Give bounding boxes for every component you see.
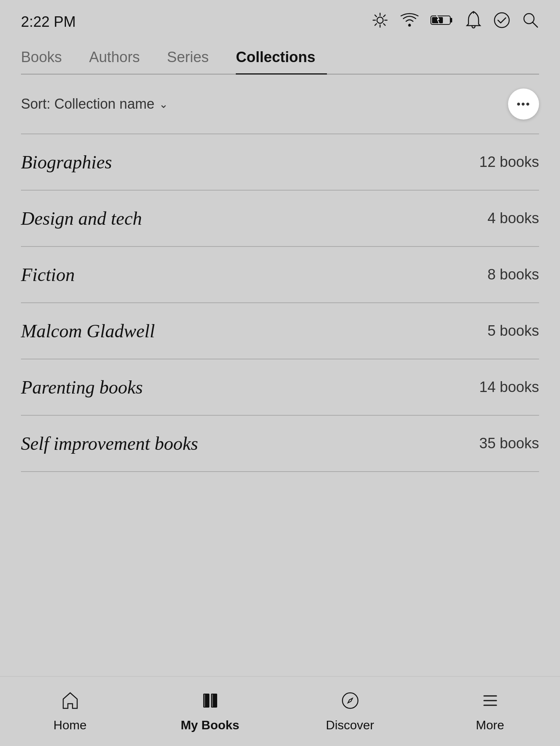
svg-point-0 <box>377 17 383 23</box>
collection-item-gladwell[interactable]: Malcom Gladwell 5 books <box>21 303 539 359</box>
home-icon <box>60 690 80 714</box>
more-options-button[interactable]: ••• <box>508 88 539 120</box>
svg-rect-22 <box>204 694 205 707</box>
collection-item-parenting[interactable]: Parenting books 14 books <box>21 359 539 416</box>
tab-books[interactable]: Books <box>21 41 74 75</box>
nav-label-more: More <box>476 718 504 732</box>
nav-item-more[interactable]: More <box>420 690 560 732</box>
collection-count: 8 books <box>487 266 539 283</box>
collection-count: 14 books <box>479 379 539 396</box>
svg-point-24 <box>342 693 358 708</box>
time-display: 2:22 PM <box>21 14 76 30</box>
sort-bar: Sort: Collection name ⌄ ••• <box>21 75 539 134</box>
sync-icon[interactable] <box>493 12 510 32</box>
collection-name: Design and tech <box>21 208 142 229</box>
nav-label-discover: Discover <box>326 718 374 732</box>
sort-label-text: Sort: Collection name <box>21 96 154 112</box>
svg-point-17 <box>494 13 509 28</box>
status-icons <box>372 11 539 33</box>
collections-list: Biographies 12 books Design and tech 4 b… <box>21 134 539 472</box>
svg-point-9 <box>408 24 411 27</box>
nav-item-my-books[interactable]: My Books <box>140 690 280 732</box>
ellipsis-icon: ••• <box>517 98 530 110</box>
collection-item-biographies[interactable]: Biographies 12 books <box>21 134 539 191</box>
svg-rect-11 <box>450 18 452 23</box>
collection-name: Malcom Gladwell <box>21 320 155 342</box>
tab-series[interactable]: Series <box>167 41 221 75</box>
collection-name: Biographies <box>21 151 112 173</box>
collection-name: Fiction <box>21 264 75 285</box>
more-icon <box>480 690 500 714</box>
discover-icon <box>340 690 360 714</box>
svg-line-5 <box>375 15 377 17</box>
nav-item-discover[interactable]: Discover <box>280 690 420 732</box>
collection-item-design-tech[interactable]: Design and tech 4 books <box>21 191 539 247</box>
notification-icon[interactable] <box>465 11 482 33</box>
chevron-down-icon: ⌄ <box>159 98 168 111</box>
bottom-navigation: Home My Books Discover <box>0 676 560 746</box>
main-content: Books Authors Series Collections Sort: C… <box>0 40 560 472</box>
nav-label-my-books: My Books <box>181 718 239 732</box>
tabs-bar: Books Authors Series Collections <box>21 40 539 75</box>
tab-collections[interactable]: Collections <box>236 41 327 75</box>
wifi-icon <box>400 13 419 31</box>
collection-count: 12 books <box>479 154 539 170</box>
svg-line-19 <box>532 22 538 27</box>
svg-line-6 <box>384 24 385 25</box>
brightness-icon <box>372 12 389 32</box>
nav-label-home: Home <box>54 718 86 732</box>
sort-selector[interactable]: Sort: Collection name ⌄ <box>21 96 168 112</box>
collection-item-self-improvement[interactable]: Self improvement books 35 books <box>21 416 539 472</box>
battery-icon <box>430 14 454 29</box>
collection-count: 5 books <box>487 323 539 339</box>
tab-authors[interactable]: Authors <box>89 41 152 75</box>
books-icon <box>200 690 220 714</box>
collection-count: 4 books <box>487 210 539 227</box>
svg-rect-23 <box>212 694 213 707</box>
collection-name: Parenting books <box>21 376 143 398</box>
collection-item-fiction[interactable]: Fiction 8 books <box>21 247 539 303</box>
svg-line-7 <box>384 15 385 17</box>
nav-item-home[interactable]: Home <box>0 690 140 732</box>
collection-name: Self improvement books <box>21 433 198 454</box>
status-bar: 2:22 PM <box>0 0 560 40</box>
collection-count: 35 books <box>479 435 539 452</box>
svg-line-8 <box>375 24 377 25</box>
search-icon[interactable] <box>522 12 539 32</box>
